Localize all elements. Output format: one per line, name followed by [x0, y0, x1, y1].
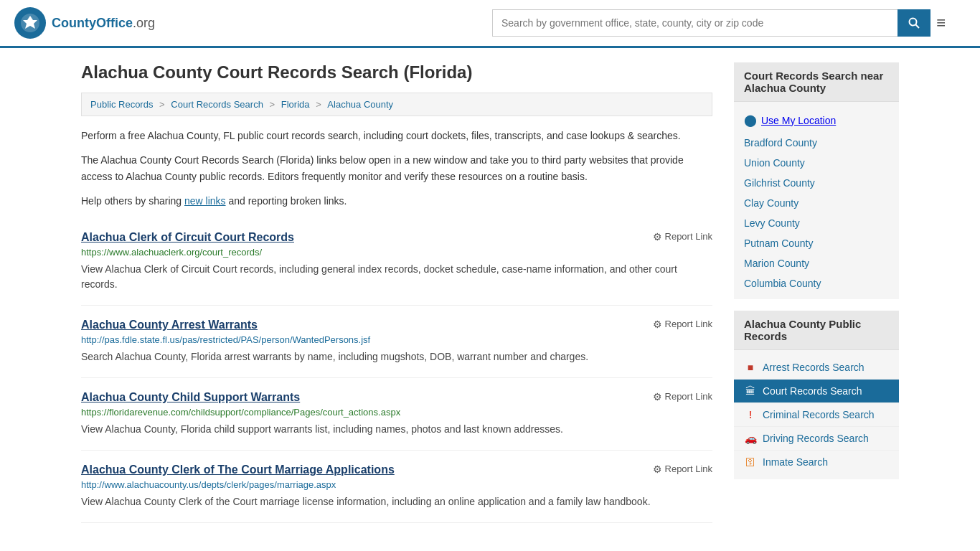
- sidebar-item-union[interactable]: Union County: [734, 153, 899, 173]
- logo-area[interactable]: CountyOffice.org: [14, 7, 155, 39]
- sidebar-item-inmate-search[interactable]: ⚿ Inmate Search: [734, 451, 899, 474]
- result-desc: View Alachua County, Florida child suppo…: [81, 422, 712, 437]
- report-link-1[interactable]: ⚙ Report Link: [653, 231, 712, 242]
- report-link-3[interactable]: ⚙ Report Link: [653, 391, 712, 402]
- sidebar-item-court-records[interactable]: 🏛 Court Records Search: [734, 380, 899, 403]
- breadcrumb-public-records[interactable]: Public Records: [90, 99, 153, 110]
- sidebar: Court Records Search near Alachua County…: [734, 62, 899, 523]
- result-entry: Alachua County Child Support Warrants ⚙ …: [81, 378, 712, 451]
- breadcrumb-florida[interactable]: Florida: [281, 99, 310, 110]
- result-entry: Alachua County Arrest Warrants ⚙ Report …: [81, 306, 712, 378]
- report-icon: ⚙: [653, 319, 662, 330]
- menu-button[interactable]: ≡: [930, 11, 951, 35]
- location-dot-icon: ⬤: [744, 113, 757, 127]
- sidebar-use-location[interactable]: ⬤ Use My Location: [734, 108, 899, 133]
- logo-icon: [14, 7, 46, 39]
- result-title[interactable]: Alachua County Arrest Warrants: [81, 319, 258, 331]
- result-header: Alachua County Clerk of The Court Marria…: [81, 463, 712, 476]
- result-title[interactable]: Alachua County Child Support Warrants: [81, 391, 300, 404]
- main-container: Alachua County Court Records Search (Flo…: [67, 48, 913, 537]
- result-title[interactable]: Alachua Clerk of Circuit Court Records: [81, 231, 294, 244]
- result-title[interactable]: Alachua County Clerk of The Court Marria…: [81, 463, 395, 476]
- result-url: https://floridarevenue.com/childsupport/…: [81, 407, 712, 418]
- description-2: The Alachua County Court Records Search …: [81, 152, 712, 184]
- search-input[interactable]: [492, 9, 897, 37]
- report-icon: ⚙: [653, 463, 662, 475]
- report-link-4[interactable]: ⚙ Report Link: [653, 463, 712, 475]
- result-url: https://www.alachuaclerk.org/court_recor…: [81, 247, 712, 258]
- court-records-icon: 🏛: [744, 385, 757, 397]
- inmate-search-icon: ⚿: [744, 456, 757, 468]
- result-entry: Alachua County Clerk of The Court Marria…: [81, 451, 712, 523]
- svg-line-2: [916, 25, 920, 29]
- search-button[interactable]: [897, 9, 930, 37]
- sidebar-item-criminal-records[interactable]: ! Criminal Records Search: [734, 403, 899, 427]
- results-list: Alachua Clerk of Circuit Court Records ⚙…: [81, 218, 712, 523]
- sidebar-public-records-title: Alachua County Public Records: [734, 311, 899, 350]
- svg-point-1: [910, 19, 917, 26]
- sidebar-nearby-items: ⬤ Use My Location Bradford County Union …: [734, 102, 899, 299]
- sidebar-item-putnam[interactable]: Putnam County: [734, 233, 899, 253]
- arrest-records-icon: ■: [744, 362, 757, 373]
- description-3: Help others by sharing new links and rep…: [81, 193, 712, 209]
- sidebar-nearby-section: Court Records Search near Alachua County…: [734, 62, 899, 299]
- result-entry: Alachua Clerk of Circuit Court Records ⚙…: [81, 218, 712, 306]
- result-desc: View Alachua Clerk of Circuit Court reco…: [81, 262, 712, 292]
- sidebar-item-bradford[interactable]: Bradford County: [734, 133, 899, 153]
- sidebar-nearby-title: Court Records Search near Alachua County: [734, 62, 899, 102]
- sidebar-public-records-section: Alachua County Public Records ■ Arrest R…: [734, 311, 899, 479]
- breadcrumb: Public Records > Court Records Search > …: [81, 93, 712, 116]
- new-links-link[interactable]: new links: [184, 195, 226, 207]
- result-header: Alachua County Child Support Warrants ⚙ …: [81, 391, 712, 404]
- sidebar-item-clay[interactable]: Clay County: [734, 193, 899, 213]
- use-location-link[interactable]: Use My Location: [761, 115, 836, 126]
- breadcrumb-court-records[interactable]: Court Records Search: [171, 99, 263, 110]
- report-link-2[interactable]: ⚙ Report Link: [653, 319, 712, 330]
- sidebar-item-driving-records[interactable]: 🚗 Driving Records Search: [734, 427, 899, 451]
- sidebar-item-levy[interactable]: Levy County: [734, 213, 899, 233]
- report-icon: ⚙: [653, 391, 662, 402]
- sidebar-item-columbia[interactable]: Columbia County: [734, 273, 899, 293]
- result-header: Alachua County Arrest Warrants ⚙ Report …: [81, 319, 712, 331]
- sidebar-item-marion[interactable]: Marion County: [734, 253, 899, 273]
- result-desc: View Alachua County Clerk of the Court m…: [81, 494, 712, 509]
- breadcrumb-alachua[interactable]: Alachua County: [327, 99, 393, 110]
- driving-records-icon: 🚗: [744, 433, 757, 444]
- sidebar-public-records-items: ■ Arrest Records Search 🏛 Court Records …: [734, 350, 899, 479]
- sidebar-item-gilchrist[interactable]: Gilchrist County: [734, 173, 899, 193]
- search-area: ≡: [492, 9, 951, 37]
- content-area: Alachua County Court Records Search (Flo…: [81, 62, 712, 523]
- report-icon: ⚙: [653, 231, 662, 242]
- page-title: Alachua County Court Records Search (Flo…: [81, 62, 712, 83]
- header: CountyOffice.org ≡: [0, 0, 980, 48]
- result-url: http://pas.fdle.state.fl.us/pas/restrict…: [81, 334, 712, 345]
- result-desc: Search Alachua County, Florida arrest wa…: [81, 349, 712, 364]
- result-url: http://www.alachuacounty.us/depts/clerk/…: [81, 479, 712, 490]
- logo-text: CountyOffice.org: [52, 16, 155, 31]
- description-1: Perform a free Alachua County, FL public…: [81, 128, 712, 143]
- sidebar-item-arrest-records[interactable]: ■ Arrest Records Search: [734, 356, 899, 380]
- result-header: Alachua Clerk of Circuit Court Records ⚙…: [81, 231, 712, 244]
- criminal-records-icon: !: [744, 409, 757, 420]
